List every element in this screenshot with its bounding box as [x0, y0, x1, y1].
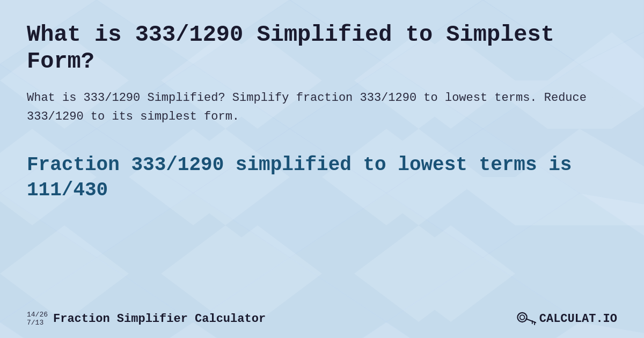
- fraction-stack: 14/26 7/13: [27, 311, 48, 327]
- footer-right: CALCULAT.IO: [517, 311, 617, 326]
- page-description: What is 333/1290 Simplified? Simplify fr…: [27, 89, 617, 126]
- result-section: Fraction 333/1290 simplified to lowest t…: [27, 153, 617, 203]
- footer-left: 14/26 7/13 Fraction Simplifier Calculato…: [27, 311, 266, 327]
- svg-point-38: [517, 313, 526, 322]
- fraction-top: 14/26: [27, 311, 48, 319]
- result-text: Fraction 333/1290 simplified to lowest t…: [27, 153, 617, 203]
- logo-text: CALCULAT.IO: [539, 312, 617, 326]
- fraction-bottom: 7/13: [27, 319, 48, 327]
- footer: 14/26 7/13 Fraction Simplifier Calculato…: [27, 311, 617, 327]
- page-title: What is 333/1290 Simplified to Simplest …: [27, 21, 617, 76]
- site-label: Fraction Simplifier Calculator: [53, 312, 266, 326]
- svg-point-39: [520, 315, 525, 320]
- key-icon: [517, 311, 536, 326]
